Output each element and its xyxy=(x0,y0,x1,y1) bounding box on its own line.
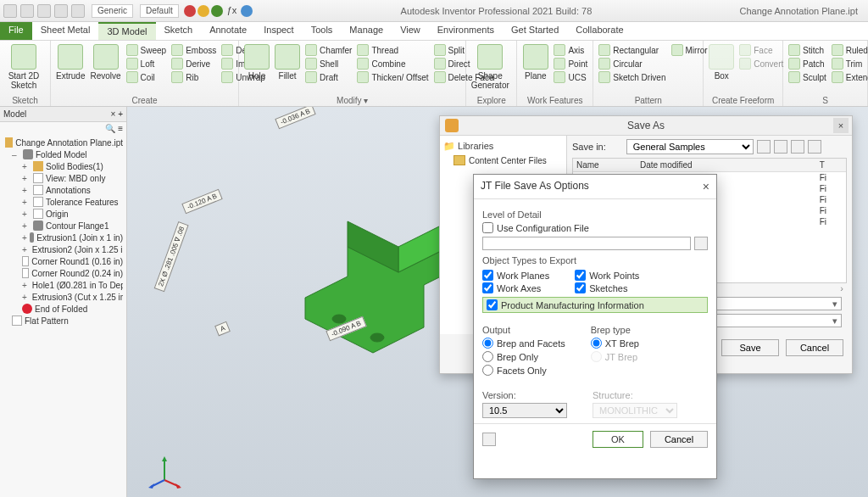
material-dropdown[interactable]: Generic xyxy=(92,4,133,18)
ucs-button[interactable]: UCS xyxy=(554,71,587,83)
tab-inspect[interactable]: Inspect xyxy=(255,22,302,40)
cancel-button[interactable]: Cancel xyxy=(650,431,708,448)
config-path-input[interactable] xyxy=(482,237,691,250)
contour-flange-node[interactable]: Contour Flange1 xyxy=(3,220,123,232)
fx-icon[interactable]: ƒx xyxy=(225,5,240,17)
loft-button[interactable]: Loft xyxy=(126,58,167,70)
close-icon[interactable]: × xyxy=(703,180,709,193)
use-config-input[interactable] xyxy=(482,222,493,233)
fillet-button[interactable]: Fillet xyxy=(275,44,300,83)
sketch-driven-button[interactable]: Sketch Driven xyxy=(598,71,665,83)
thicken-button[interactable]: Thicken/ Offset xyxy=(357,71,428,83)
up-icon[interactable] xyxy=(774,140,787,154)
work-planes-input[interactable] xyxy=(482,270,493,281)
brep-facets-radio[interactable]: Brep and Facets xyxy=(482,338,565,349)
work-points-input[interactable] xyxy=(575,270,586,281)
options-icon[interactable] xyxy=(482,433,496,446)
libraries-header[interactable]: 📁 Libraries xyxy=(443,139,563,154)
mirror-button[interactable]: Mirror xyxy=(671,44,708,56)
coil-button[interactable]: Coil xyxy=(126,71,167,83)
trim-button[interactable]: Trim xyxy=(832,58,868,70)
facets-only-radio[interactable]: Facets Only xyxy=(482,365,565,376)
emboss-button[interactable]: Emboss xyxy=(171,44,216,56)
rectangular-button[interactable]: Rectangular xyxy=(598,44,665,56)
qat-home-icon[interactable] xyxy=(71,4,85,18)
yellow-dot-icon[interactable] xyxy=(198,5,209,17)
thread-button[interactable]: Thread xyxy=(357,44,428,56)
sketches-checkbox[interactable]: Sketches xyxy=(575,282,639,293)
save-button[interactable]: Save xyxy=(721,339,779,356)
work-planes-checkbox[interactable]: Work Planes xyxy=(482,270,549,281)
circular-button[interactable]: Circular xyxy=(598,58,665,70)
ok-button[interactable]: OK xyxy=(593,431,643,448)
pmi-input[interactable] xyxy=(487,299,498,310)
cancel-button[interactable]: Cancel xyxy=(786,339,843,356)
extend-button[interactable]: Extend xyxy=(832,71,868,83)
qat-icon[interactable] xyxy=(3,4,17,18)
combine-button[interactable]: Combine xyxy=(357,58,428,70)
hole-button[interactable]: Hole xyxy=(244,44,270,83)
version-dropdown[interactable]: 10.5 xyxy=(482,403,567,418)
tab-collaborate[interactable]: Collaborate xyxy=(567,22,632,40)
appearance-dropdown[interactable]: Default xyxy=(140,4,179,18)
stitch-button[interactable]: Stitch xyxy=(788,44,826,56)
flat-pattern-node[interactable]: Flat Pattern xyxy=(3,315,123,327)
revolve-button[interactable]: Revolve xyxy=(90,44,120,83)
close-button[interactable]: × xyxy=(833,118,849,133)
axis-button[interactable]: Axis xyxy=(554,44,587,56)
extrusion2-node[interactable]: Extrusion2 (Join x 1.25 in) xyxy=(3,243,123,255)
corner-round1-node[interactable]: Corner Round1 (0.16 in) xyxy=(3,255,123,267)
model-tree[interactable]: Change Annotation Plane.ipt Folded Model… xyxy=(0,135,126,328)
work-axes-checkbox[interactable]: Work Axes xyxy=(482,282,549,293)
corner-round2-node[interactable]: Corner Round2 (0.24 in) xyxy=(3,267,123,279)
box-button[interactable]: Box xyxy=(709,44,734,81)
qat-undo-icon[interactable] xyxy=(37,4,51,18)
point-button[interactable]: Point xyxy=(554,58,587,70)
tab-file[interactable]: File xyxy=(0,22,32,40)
sketches-input[interactable] xyxy=(575,282,586,293)
ruled-button[interactable]: Ruled Su xyxy=(832,44,868,56)
shape-generator-button[interactable]: Shape Generator xyxy=(471,44,509,90)
hole1-node[interactable]: Hole1 (Ø0.281 in To Depth) xyxy=(3,279,123,291)
chamfer-button[interactable]: Chamfer xyxy=(305,44,352,56)
back-icon[interactable] xyxy=(757,140,771,154)
patch-button[interactable]: Patch xyxy=(788,58,826,70)
origin-node[interactable]: Origin xyxy=(3,208,123,220)
view-node[interactable]: View: MBD only xyxy=(3,172,123,184)
tab-tools[interactable]: Tools xyxy=(303,22,342,40)
search-icon[interactable]: 🔍 ≡ xyxy=(105,124,123,133)
brep-only-input[interactable] xyxy=(482,351,493,362)
facets-only-input[interactable] xyxy=(482,365,493,376)
col-date[interactable]: Date modified xyxy=(637,159,816,172)
extrusion1-node[interactable]: Extrusion1 (Join x 1 in) xyxy=(3,232,123,243)
brep-facets-input[interactable] xyxy=(482,338,493,349)
work-axes-input[interactable] xyxy=(482,282,493,293)
work-points-checkbox[interactable]: Work Points xyxy=(575,270,639,281)
extrude-button[interactable]: Extrude xyxy=(56,44,85,83)
qat-save-icon[interactable] xyxy=(20,4,34,18)
browse-icon[interactable] xyxy=(694,237,708,250)
shell-button[interactable]: Shell xyxy=(305,58,352,70)
sculpt-button[interactable]: Sculpt xyxy=(788,71,826,83)
save-in-dropdown[interactable]: General Samples xyxy=(626,139,754,154)
tab-manage[interactable]: Manage xyxy=(341,22,392,40)
green-dot-icon[interactable] xyxy=(211,5,223,17)
col-name[interactable]: Name xyxy=(573,159,637,172)
tab-get-started[interactable]: Get Started xyxy=(503,22,567,40)
annotations-node[interactable]: Annotations xyxy=(3,184,123,196)
brep-only-radio[interactable]: Brep Only xyxy=(482,351,565,362)
tab-sheet-metal[interactable]: Sheet Metal xyxy=(32,22,99,40)
sweep-button[interactable]: Sweep xyxy=(126,44,167,56)
plane-button[interactable]: Plane xyxy=(522,44,548,83)
tab-3d-model[interactable]: 3D Model xyxy=(98,22,155,40)
close-panel-icon[interactable]: × + xyxy=(111,109,123,119)
use-config-checkbox[interactable]: Use Configuration File xyxy=(482,222,708,233)
content-center-item[interactable]: Content Center Files xyxy=(443,154,563,167)
new-folder-icon[interactable] xyxy=(791,140,804,154)
solid-bodies-node[interactable]: Solid Bodies(1) xyxy=(3,160,123,172)
derive-button[interactable]: Derive xyxy=(171,58,216,70)
draft-button[interactable]: Draft xyxy=(305,71,352,83)
tab-annotate[interactable]: Annotate xyxy=(201,22,255,40)
start-2d-sketch-button[interactable]: Start 2D Sketch xyxy=(5,44,42,90)
red-dot-icon[interactable] xyxy=(184,5,196,17)
